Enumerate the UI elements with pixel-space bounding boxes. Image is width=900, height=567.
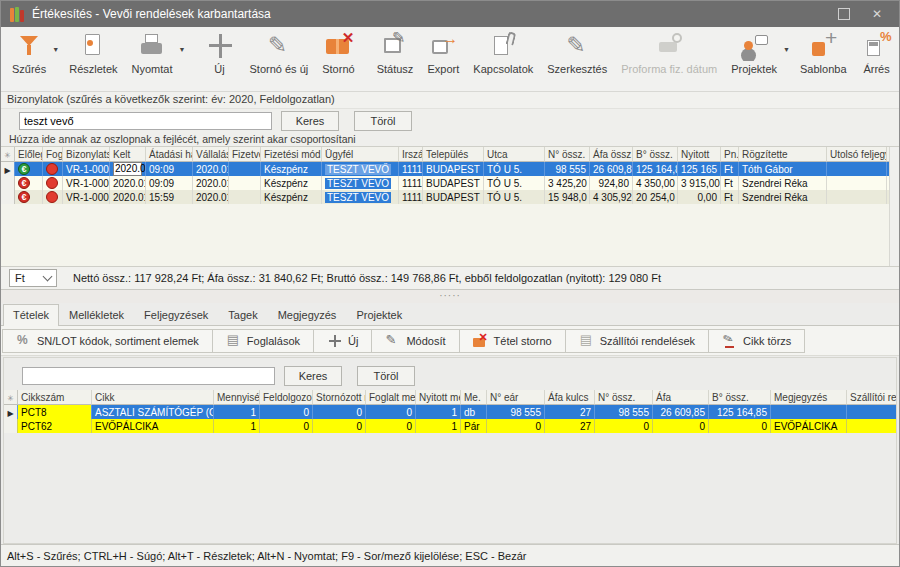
- cell-indicator[interactable]: [1, 190, 15, 204]
- column-header-cikkszam[interactable]: Cikkszám: [18, 390, 92, 405]
- splitter-handle[interactable]: [1, 290, 899, 303]
- cell-brutto-ossz[interactable]: 125 164,85: [709, 405, 771, 419]
- cell-utolso-feljegyzes[interactable]: [827, 162, 887, 176]
- proforma-payment-date-button[interactable]: Proforma fiz. dátum: [614, 29, 724, 91]
- snlot-codes-button[interactable]: SN/LOT kódok, sortiment elemek: [2, 329, 213, 353]
- cell-mennyiseg[interactable]: 1: [214, 405, 260, 419]
- dropdown-caret-icon[interactable]: [52, 46, 59, 53]
- cell-atadasi-hatarido[interactable]: 09:09: [146, 176, 193, 190]
- cell-megjegyzes[interactable]: [771, 405, 847, 419]
- column-header-iranyitoszam[interactable]: Irszá: [399, 147, 423, 162]
- table-row[interactable]: VR-1-0001822020.0109:092020.01KészpénzTE…: [1, 162, 899, 176]
- tab-feljegyzesek[interactable]: Feljegyzések: [134, 305, 218, 325]
- cell-rogzitette[interactable]: Szendrei Réka: [739, 176, 827, 190]
- cell-vallalasi[interactable]: 2020.01: [193, 162, 229, 176]
- cell-szallitoi-rendelt[interactable]: [847, 405, 896, 419]
- to-template-button[interactable]: Sablonba: [793, 29, 854, 91]
- cell-iranyitoszam[interactable]: 1111: [399, 162, 423, 176]
- cell-eloleg[interactable]: [15, 190, 43, 204]
- cell-afa-ossz[interactable]: 26 609,85: [590, 162, 633, 176]
- tab-mellekletek[interactable]: Mellékletek: [59, 305, 134, 325]
- cell-kelt[interactable]: 2020.01: [110, 190, 146, 204]
- column-header-atadasi-hatarido[interactable]: Átadási határidő: [146, 147, 193, 162]
- cell-szallitoi-rendelt[interactable]: [847, 419, 896, 433]
- column-header-netto-ossz[interactable]: N° össz.: [545, 147, 590, 162]
- tab-tagek[interactable]: Tagek: [218, 305, 267, 325]
- currency-select[interactable]: Ft: [9, 269, 57, 287]
- column-header-fizetve[interactable]: Fizetve: [229, 147, 261, 162]
- cell-ugyfel[interactable]: TESZT VEVŐ: [322, 162, 399, 176]
- cell-afa-ossz[interactable]: 4 305,92: [590, 190, 633, 204]
- print-button[interactable]: Nyomtat: [125, 29, 189, 91]
- cell-nyitott-menny[interactable]: 1: [416, 419, 461, 433]
- item-new-button[interactable]: Új: [313, 329, 372, 353]
- cell-eloleg[interactable]: [15, 176, 43, 190]
- clear-button[interactable]: Töröl: [354, 111, 412, 131]
- cell-fizetesi-mod[interactable]: Készpénz: [261, 176, 322, 190]
- cell-brutto-ossz[interactable]: 4 350,00: [633, 176, 678, 190]
- cell-foglalt-menny[interactable]: 0: [366, 419, 416, 433]
- export-button[interactable]: Export: [420, 29, 466, 91]
- cell-netto-ear[interactable]: 0: [487, 419, 545, 433]
- column-header-netto-ear[interactable]: N° eár: [487, 390, 545, 405]
- cell-brutto-ossz[interactable]: 0: [709, 419, 771, 433]
- table-row[interactable]: PCT62EVŐPÁLCIKA10001Pár027000EVŐPÁLCIKA: [4, 419, 896, 433]
- projects-button[interactable]: Projektek: [724, 29, 793, 91]
- details-button[interactable]: Részletek: [62, 29, 124, 91]
- cell-penznem[interactable]: Ft: [721, 162, 739, 176]
- tab-tetelek[interactable]: Tételek: [3, 304, 59, 326]
- column-header-rogzitette[interactable]: Rögzítette: [739, 147, 827, 162]
- column-header-afa-kulcs[interactable]: Áfa kulcs: [545, 390, 595, 405]
- column-header-mennyiseg[interactable]: Mennyiség: [214, 390, 260, 405]
- close-button[interactable]: [872, 8, 882, 20]
- column-header-foglalt[interactable]: Fogla: [43, 147, 63, 162]
- tab-megjegyzes[interactable]: Megjegyzés: [268, 305, 347, 325]
- cell-ugyfel[interactable]: TESZT VEVŐ: [322, 176, 399, 190]
- column-header-szallitoi-rendelt[interactable]: Szállítói rendelt mennyiség: [847, 390, 896, 405]
- cell-rogzitette[interactable]: Tóth Gábor: [739, 162, 827, 176]
- column-header-utca[interactable]: Utca: [484, 147, 545, 162]
- cell-foglalt-menny[interactable]: 0: [366, 405, 416, 419]
- storno-button[interactable]: Stornó: [315, 29, 361, 91]
- status-button[interactable]: Státusz: [370, 29, 421, 91]
- cell-cikkszam[interactable]: PCT8: [18, 405, 92, 419]
- cell-utca[interactable]: TÓ U 5.: [484, 190, 545, 204]
- maximize-button[interactable]: [838, 8, 850, 20]
- column-header-indicator[interactable]: [1, 147, 15, 162]
- supplier-orders-button[interactable]: Szállítói rendelések: [565, 329, 709, 353]
- cell-mennyisegi-egyseg[interactable]: Pár: [461, 419, 487, 433]
- cell-eloleg[interactable]: [15, 162, 43, 176]
- cell-bizonylatszam[interactable]: VR-1-000146: [63, 190, 110, 204]
- column-header-afa[interactable]: Áfa: [653, 390, 709, 405]
- column-header-ugyfel[interactable]: Ügyfél: [322, 147, 399, 162]
- cell-brutto-ossz[interactable]: 125 164,85: [633, 162, 678, 176]
- cell-iranyitoszam[interactable]: 1111: [399, 190, 423, 204]
- column-header-eloleg[interactable]: Előleg: [15, 147, 43, 162]
- cell-megjegyzes[interactable]: EVŐPÁLCIKA: [771, 419, 847, 433]
- dropdown-caret-icon[interactable]: [179, 46, 186, 53]
- cell-telepules[interactable]: BUDAPEST: [423, 176, 484, 190]
- table-row[interactable]: VR-1-0001462020.0115:592020.01KészpénzTE…: [1, 190, 899, 204]
- column-header-fizetesi-mod[interactable]: Fizetési mód: [261, 147, 322, 162]
- vertical-scrollbar[interactable]: [889, 147, 899, 266]
- cell-foglalt[interactable]: [43, 190, 63, 204]
- cell-bizonylatszam[interactable]: VR-1-000163: [63, 176, 110, 190]
- cell-nyitott[interactable]: 0,00: [678, 190, 721, 204]
- document-search-input[interactable]: [19, 112, 272, 130]
- cell-stornozott-menny[interactable]: 0: [313, 419, 366, 433]
- cell-fizetesi-mod[interactable]: Készpénz: [261, 190, 322, 204]
- column-header-telepules[interactable]: Település: [423, 147, 484, 162]
- tab-projektek[interactable]: Projektek: [346, 305, 412, 325]
- cell-utca[interactable]: TÓ U 5.: [484, 162, 545, 176]
- cell-netto-ear[interactable]: 98 555: [487, 405, 545, 419]
- cell-afa[interactable]: 0: [653, 419, 709, 433]
- column-header-afa-ossz[interactable]: Áfa össz: [590, 147, 633, 162]
- column-header-kelt[interactable]: Kelt: [110, 147, 146, 162]
- cell-utca[interactable]: TÓ U 5.: [484, 176, 545, 190]
- column-header-foglalt-menny[interactable]: Foglalt menny.: [366, 390, 416, 405]
- column-header-stornozott-menny[interactable]: Stornózott menny.: [313, 390, 366, 405]
- column-header-nyitott[interactable]: Nyitott: [678, 147, 721, 162]
- cell-afa-ossz[interactable]: 924,80: [590, 176, 633, 190]
- cell-fizetve[interactable]: [229, 162, 261, 176]
- column-header-brutto-ossz[interactable]: B° össz.: [633, 147, 678, 162]
